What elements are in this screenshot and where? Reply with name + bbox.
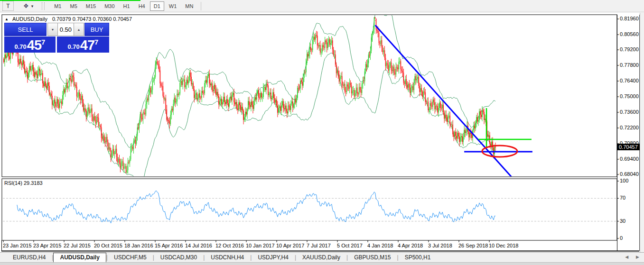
right-window-strip bbox=[640, 13, 644, 252]
buy-price-small: 0.70 bbox=[68, 43, 80, 50]
one-click-trade-panel: SELL ▼ 0.50 ▲ BUY 0.70 45 7 0.70 47 7 bbox=[4, 23, 109, 53]
tab-sp500-h1[interactable]: SP500,H1 bbox=[399, 253, 437, 262]
toolbar-separator bbox=[201, 2, 201, 10]
timeframe-button-h1[interactable]: H1 bbox=[120, 1, 134, 11]
timeframe-button-d1[interactable]: D1 bbox=[150, 1, 164, 11]
lot-decrease-button[interactable]: ▼ bbox=[47, 23, 58, 36]
buy-price-display[interactable]: 0.70 47 7 bbox=[57, 37, 109, 53]
tab-scroll-left-icon[interactable]: ◀ bbox=[625, 255, 628, 259]
chevron-down-icon: ▾ bbox=[31, 4, 34, 9]
sell-button[interactable]: SELL bbox=[4, 23, 47, 36]
bottom-status-strip bbox=[0, 262, 644, 265]
top-green-line bbox=[0, 0, 140, 1]
sell-price-big: 45 bbox=[27, 38, 41, 52]
chart-title: ▲ AUDUSD,Daily 0.70379 0.70473 0.70360 0… bbox=[5, 16, 132, 22]
buy-button[interactable]: BUY bbox=[84, 23, 109, 36]
timeframe-button-m5[interactable]: M5 bbox=[66, 1, 81, 11]
timeframe-group: M1M5M15M30H1H4D1W1MN bbox=[50, 1, 198, 11]
sell-price-small: 0.70 bbox=[15, 43, 27, 50]
sell-price-display[interactable]: 0.70 45 7 bbox=[4, 37, 56, 53]
lot-size-input[interactable]: 0.50 bbox=[58, 23, 74, 36]
timeframe-button-m30[interactable]: M30 bbox=[101, 1, 118, 11]
lot-increase-button[interactable]: ▲ bbox=[74, 23, 84, 36]
tab-gbpusd-m15[interactable]: GBPUSD,M15 bbox=[348, 253, 397, 262]
tab-xauusd-daily[interactable]: XAUUSD,Daily bbox=[296, 253, 346, 262]
tab-usdcnh-h4[interactable]: USDCNH,H4 bbox=[205, 253, 250, 262]
timeframe-button-h4[interactable]: H4 bbox=[135, 1, 149, 11]
tab-eurusd-h4[interactable]: EURUSD,H4 bbox=[7, 253, 52, 262]
timeframe-button-mn[interactable]: MN bbox=[181, 1, 197, 11]
text-tool-button[interactable]: T bbox=[2, 1, 14, 11]
tab-usdjpy-h4[interactable]: USDJPY,H4 bbox=[252, 253, 294, 262]
buy-price-big: 47 bbox=[80, 38, 94, 52]
arrows-tool-button[interactable]: ❖ ▾ bbox=[23, 2, 33, 9]
timeframe-button-m1[interactable]: M1 bbox=[50, 1, 65, 11]
buy-price-sup: 7 bbox=[94, 38, 98, 46]
tab-scroll-buttons: ◀ ▶ bbox=[625, 255, 639, 259]
rsi-indicator-label: RSI(14) 29.3183 bbox=[4, 180, 43, 186]
toolbar-grip[interactable] bbox=[42, 2, 45, 10]
chart-tab-bar: EURUSD,H4|AUDUSD,Daily|USDCHF,M5|USDCAD,… bbox=[0, 252, 644, 262]
top-toolbar: T ❖ ▾ M1M5M15M30H1H4D1W1MN bbox=[0, 0, 644, 12]
timeframe-button-w1[interactable]: W1 bbox=[165, 1, 181, 11]
collapse-panel-arrow-icon[interactable]: ▲ bbox=[5, 17, 9, 21]
chart-ohlc-values: 0.70379 0.70473 0.70360 0.70457 bbox=[52, 16, 132, 22]
tab-scroll-right-icon[interactable]: ▶ bbox=[636, 255, 639, 259]
sell-price-sup: 7 bbox=[41, 38, 45, 46]
tab-audusd-daily[interactable]: AUDUSD,Daily bbox=[53, 253, 106, 263]
tab-usdcad-m30[interactable]: USDCAD,M30 bbox=[154, 253, 203, 262]
chart-symbol-label: AUDUSD,Daily bbox=[12, 16, 47, 22]
tab-usdchf-m5[interactable]: USDCHF,M5 bbox=[108, 253, 153, 262]
timeframe-button-m15[interactable]: M15 bbox=[82, 1, 100, 11]
arrows-icon: ❖ bbox=[23, 2, 29, 9]
